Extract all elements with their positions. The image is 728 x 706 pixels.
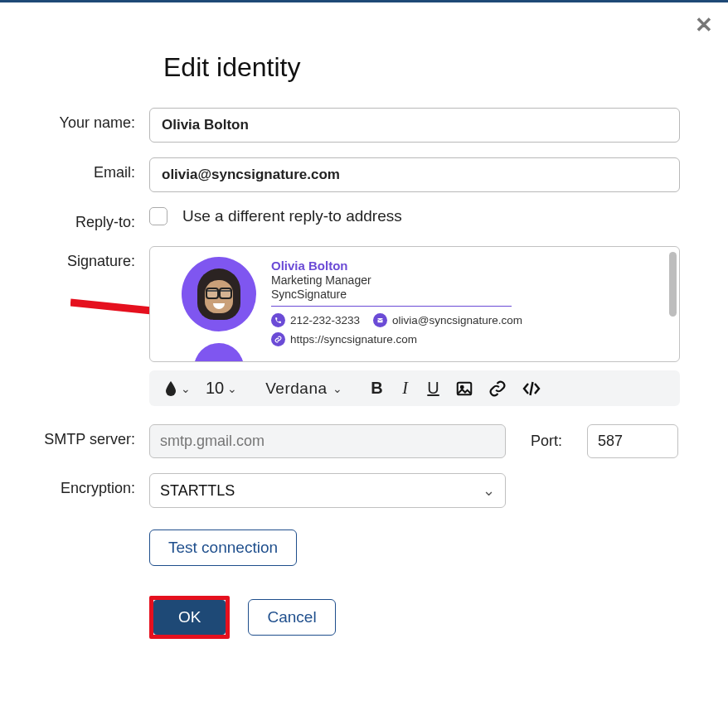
label-your-name: Your name: xyxy=(33,108,149,132)
smtp-server-input[interactable] xyxy=(149,424,506,458)
signature-name: Olivia Bolton xyxy=(271,259,648,273)
bold-button[interactable]: B xyxy=(366,375,389,401)
avatar xyxy=(182,257,256,331)
chevron-down-icon: ⌄ xyxy=(332,382,342,395)
label-email: Email: xyxy=(33,157,149,181)
test-connection-button[interactable]: Test connection xyxy=(149,530,297,566)
annotation-highlight: OK xyxy=(149,596,230,639)
encryption-value: STARTTLS xyxy=(160,482,235,500)
underline-button[interactable]: U xyxy=(422,375,445,401)
label-smtp: SMTP server: xyxy=(33,424,149,448)
label-signature: Signature: xyxy=(33,246,149,270)
signature-editor[interactable]: Olivia Bolton Marketing Manager SyncSign… xyxy=(149,246,680,362)
code-button[interactable] xyxy=(517,377,546,400)
reply-to-checkbox-label: Use a different reply-to address xyxy=(182,207,402,225)
label-encryption: Encryption: xyxy=(33,473,149,497)
image-icon xyxy=(455,380,473,398)
link-icon xyxy=(488,380,507,398)
email-input[interactable] xyxy=(149,157,680,192)
code-icon xyxy=(522,380,541,397)
signature-scrollbar[interactable] xyxy=(669,252,677,317)
signature-company: SyncSignature xyxy=(271,288,648,301)
chevron-down-icon: ⌄ xyxy=(483,481,495,500)
link-icon xyxy=(271,332,285,346)
droplet-icon xyxy=(164,380,177,397)
chevron-down-icon: ⌄ xyxy=(227,382,237,395)
encryption-select[interactable]: STARTTLS ⌄ xyxy=(149,473,506,508)
signature-phone: 212-232-3233 xyxy=(290,314,360,326)
chevron-down-icon: ⌄ xyxy=(181,382,191,395)
reply-to-checkbox[interactable] xyxy=(149,207,167,225)
dialog-title: Edit identity xyxy=(163,52,695,83)
ok-button[interactable]: OK xyxy=(153,600,226,635)
signature-divider xyxy=(271,306,512,307)
font-family-button[interactable]: Verdana ⌄ xyxy=(260,376,347,401)
svg-line-4 xyxy=(530,382,532,395)
editor-toolbar: ⌄ 10 ⌄ Verdana ⌄ B I U xyxy=(149,370,680,406)
label-reply-to: Reply-to: xyxy=(33,207,149,231)
close-icon[interactable]: ✕ xyxy=(695,14,713,36)
insert-image-button[interactable] xyxy=(450,376,478,401)
insert-link-button[interactable] xyxy=(483,376,512,401)
signature-role: Marketing Manager xyxy=(271,273,648,287)
signature-website: https://syncsignature.com xyxy=(290,333,417,346)
dialog-content: Edit identity Your name: Email: Reply-to… xyxy=(0,2,728,679)
italic-button[interactable]: I xyxy=(394,375,417,401)
phone-icon xyxy=(271,313,285,327)
avatar-secondary xyxy=(194,343,244,362)
port-input[interactable] xyxy=(587,424,678,458)
your-name-input[interactable] xyxy=(149,108,680,143)
cancel-button[interactable]: Cancel xyxy=(248,599,335,636)
signature-email: olivia@syncsignature.com xyxy=(392,314,522,326)
text-color-button[interactable]: ⌄ xyxy=(159,377,196,400)
signature-content: Olivia Bolton Marketing Manager SyncSign… xyxy=(150,247,679,362)
mail-icon xyxy=(373,313,387,327)
svg-point-3 xyxy=(460,385,463,388)
svg-line-0 xyxy=(70,302,160,312)
label-port: Port: xyxy=(531,433,562,450)
font-size-button[interactable]: 10 ⌄ xyxy=(201,375,242,401)
